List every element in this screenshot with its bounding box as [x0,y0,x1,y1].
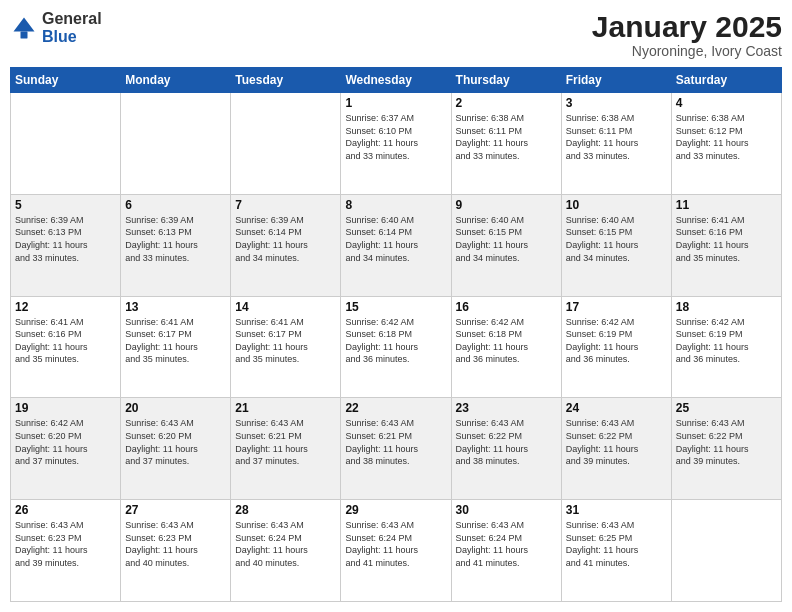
day-number: 5 [15,198,116,212]
column-header-monday: Monday [121,68,231,93]
day-info: Sunrise: 6:43 AM Sunset: 6:23 PM Dayligh… [15,519,116,569]
day-info: Sunrise: 6:43 AM Sunset: 6:22 PM Dayligh… [566,417,667,467]
day-number: 4 [676,96,777,110]
title-block: January 2025 Nyoroninge, Ivory Coast [592,10,782,59]
calendar-cell: 24Sunrise: 6:43 AM Sunset: 6:22 PM Dayli… [561,398,671,500]
calendar-cell: 31Sunrise: 6:43 AM Sunset: 6:25 PM Dayli… [561,500,671,602]
calendar-cell: 25Sunrise: 6:43 AM Sunset: 6:22 PM Dayli… [671,398,781,500]
day-number: 11 [676,198,777,212]
calendar-cell: 14Sunrise: 6:41 AM Sunset: 6:17 PM Dayli… [231,296,341,398]
day-info: Sunrise: 6:43 AM Sunset: 6:23 PM Dayligh… [125,519,226,569]
calendar-cell: 7Sunrise: 6:39 AM Sunset: 6:14 PM Daylig… [231,194,341,296]
day-number: 12 [15,300,116,314]
column-header-friday: Friday [561,68,671,93]
calendar-cell: 30Sunrise: 6:43 AM Sunset: 6:24 PM Dayli… [451,500,561,602]
day-number: 25 [676,401,777,415]
day-number: 7 [235,198,336,212]
calendar-cell: 22Sunrise: 6:43 AM Sunset: 6:21 PM Dayli… [341,398,451,500]
day-number: 8 [345,198,446,212]
column-header-tuesday: Tuesday [231,68,341,93]
calendar-cell: 16Sunrise: 6:42 AM Sunset: 6:18 PM Dayli… [451,296,561,398]
calendar-cell: 11Sunrise: 6:41 AM Sunset: 6:16 PM Dayli… [671,194,781,296]
day-info: Sunrise: 6:39 AM Sunset: 6:14 PM Dayligh… [235,214,336,264]
calendar-cell: 10Sunrise: 6:40 AM Sunset: 6:15 PM Dayli… [561,194,671,296]
day-number: 19 [15,401,116,415]
day-number: 16 [456,300,557,314]
column-header-saturday: Saturday [671,68,781,93]
day-number: 21 [235,401,336,415]
day-info: Sunrise: 6:42 AM Sunset: 6:18 PM Dayligh… [456,316,557,366]
day-info: Sunrise: 6:41 AM Sunset: 6:17 PM Dayligh… [125,316,226,366]
day-info: Sunrise: 6:43 AM Sunset: 6:22 PM Dayligh… [456,417,557,467]
day-info: Sunrise: 6:38 AM Sunset: 6:11 PM Dayligh… [456,112,557,162]
day-number: 18 [676,300,777,314]
svg-marker-0 [14,17,35,31]
day-number: 17 [566,300,667,314]
calendar-cell: 28Sunrise: 6:43 AM Sunset: 6:24 PM Dayli… [231,500,341,602]
day-number: 15 [345,300,446,314]
day-info: Sunrise: 6:42 AM Sunset: 6:18 PM Dayligh… [345,316,446,366]
day-number: 1 [345,96,446,110]
calendar-cell: 4Sunrise: 6:38 AM Sunset: 6:12 PM Daylig… [671,93,781,195]
day-number: 26 [15,503,116,517]
main-title: January 2025 [592,10,782,43]
calendar-cell: 29Sunrise: 6:43 AM Sunset: 6:24 PM Dayli… [341,500,451,602]
day-info: Sunrise: 6:40 AM Sunset: 6:15 PM Dayligh… [456,214,557,264]
calendar-week-3: 12Sunrise: 6:41 AM Sunset: 6:16 PM Dayli… [11,296,782,398]
day-info: Sunrise: 6:43 AM Sunset: 6:24 PM Dayligh… [456,519,557,569]
calendar-cell: 13Sunrise: 6:41 AM Sunset: 6:17 PM Dayli… [121,296,231,398]
day-number: 14 [235,300,336,314]
day-number: 3 [566,96,667,110]
day-number: 20 [125,401,226,415]
calendar-cell: 2Sunrise: 6:38 AM Sunset: 6:11 PM Daylig… [451,93,561,195]
day-info: Sunrise: 6:40 AM Sunset: 6:15 PM Dayligh… [566,214,667,264]
day-info: Sunrise: 6:43 AM Sunset: 6:25 PM Dayligh… [566,519,667,569]
day-number: 6 [125,198,226,212]
day-number: 31 [566,503,667,517]
day-info: Sunrise: 6:43 AM Sunset: 6:21 PM Dayligh… [345,417,446,467]
header: General Blue January 2025 Nyoroninge, Iv… [10,10,782,59]
calendar-cell: 1Sunrise: 6:37 AM Sunset: 6:10 PM Daylig… [341,93,451,195]
calendar-cell: 5Sunrise: 6:39 AM Sunset: 6:13 PM Daylig… [11,194,121,296]
calendar-cell: 26Sunrise: 6:43 AM Sunset: 6:23 PM Dayli… [11,500,121,602]
column-header-thursday: Thursday [451,68,561,93]
calendar-cell: 6Sunrise: 6:39 AM Sunset: 6:13 PM Daylig… [121,194,231,296]
calendar-cell: 3Sunrise: 6:38 AM Sunset: 6:11 PM Daylig… [561,93,671,195]
day-number: 28 [235,503,336,517]
day-number: 23 [456,401,557,415]
day-info: Sunrise: 6:43 AM Sunset: 6:20 PM Dayligh… [125,417,226,467]
calendar-cell [671,500,781,602]
svg-rect-1 [21,31,28,38]
calendar-cell: 17Sunrise: 6:42 AM Sunset: 6:19 PM Dayli… [561,296,671,398]
calendar-cell: 23Sunrise: 6:43 AM Sunset: 6:22 PM Dayli… [451,398,561,500]
day-info: Sunrise: 6:37 AM Sunset: 6:10 PM Dayligh… [345,112,446,162]
logo: General Blue [10,10,102,45]
calendar-week-1: 1Sunrise: 6:37 AM Sunset: 6:10 PM Daylig… [11,93,782,195]
day-info: Sunrise: 6:42 AM Sunset: 6:20 PM Dayligh… [15,417,116,467]
calendar-cell: 21Sunrise: 6:43 AM Sunset: 6:21 PM Dayli… [231,398,341,500]
calendar-table: SundayMondayTuesdayWednesdayThursdayFrid… [10,67,782,602]
calendar-cell: 20Sunrise: 6:43 AM Sunset: 6:20 PM Dayli… [121,398,231,500]
calendar-week-4: 19Sunrise: 6:42 AM Sunset: 6:20 PM Dayli… [11,398,782,500]
day-number: 2 [456,96,557,110]
logo-text: General Blue [42,10,102,45]
calendar-cell: 27Sunrise: 6:43 AM Sunset: 6:23 PM Dayli… [121,500,231,602]
day-info: Sunrise: 6:38 AM Sunset: 6:12 PM Dayligh… [676,112,777,162]
logo-general: General [42,10,102,28]
day-info: Sunrise: 6:43 AM Sunset: 6:22 PM Dayligh… [676,417,777,467]
calendar-cell [11,93,121,195]
day-number: 9 [456,198,557,212]
day-number: 30 [456,503,557,517]
page: General Blue January 2025 Nyoroninge, Iv… [0,0,792,612]
calendar-cell: 18Sunrise: 6:42 AM Sunset: 6:19 PM Dayli… [671,296,781,398]
calendar-cell: 19Sunrise: 6:42 AM Sunset: 6:20 PM Dayli… [11,398,121,500]
calendar-cell: 9Sunrise: 6:40 AM Sunset: 6:15 PM Daylig… [451,194,561,296]
day-info: Sunrise: 6:41 AM Sunset: 6:17 PM Dayligh… [235,316,336,366]
day-info: Sunrise: 6:43 AM Sunset: 6:24 PM Dayligh… [235,519,336,569]
column-header-sunday: Sunday [11,68,121,93]
day-number: 24 [566,401,667,415]
logo-blue: Blue [42,28,102,46]
column-header-wednesday: Wednesday [341,68,451,93]
calendar-cell: 12Sunrise: 6:41 AM Sunset: 6:16 PM Dayli… [11,296,121,398]
day-number: 27 [125,503,226,517]
